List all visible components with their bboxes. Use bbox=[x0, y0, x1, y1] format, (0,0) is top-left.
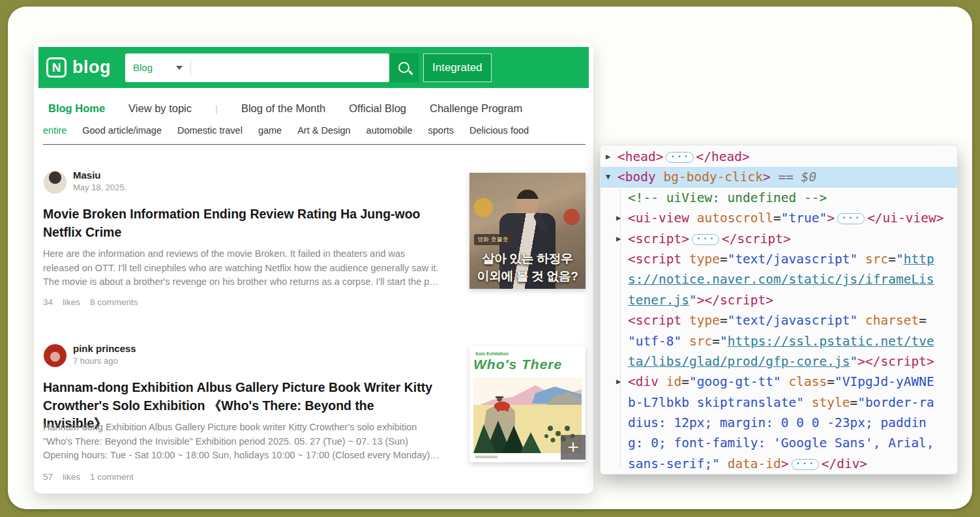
post-title[interactable]: Movie Broken Information Ending Review R… bbox=[43, 205, 439, 241]
nav-item-blog-home[interactable]: Blog Home bbox=[48, 102, 105, 115]
filter-delicious-food[interactable]: Delicious food bbox=[469, 125, 529, 136]
blog-logo-text[interactable]: blog bbox=[72, 57, 111, 78]
code-token-link[interactable]: s://notice.naver.com/static/js/iframeLis bbox=[628, 272, 934, 287]
comments-label[interactable]: 1 comment bbox=[90, 472, 134, 482]
devtools-row[interactable]: ta/libs/glad/prod/gfp-core.js"></script> bbox=[601, 351, 957, 372]
code-token-tag: <script bbox=[628, 313, 689, 328]
filter-sports[interactable]: sports bbox=[428, 125, 454, 136]
avatar[interactable] bbox=[44, 171, 67, 194]
devtools-row[interactable]: ▶<head>···</head> bbox=[601, 147, 957, 167]
expand-ellipsis-icon[interactable]: ··· bbox=[666, 152, 693, 163]
filter-automobile[interactable]: automobile bbox=[366, 125, 413, 136]
code-token-attr: autoscroll bbox=[697, 211, 773, 226]
expand-ellipsis-icon[interactable]: ··· bbox=[837, 213, 865, 224]
devtools-row[interactable]: ▼<body bg-body-click> == $0 bbox=[601, 167, 957, 187]
post-thumbnail[interactable]: Solo Exhibition Who's There bbox=[469, 346, 586, 462]
nav-item-official-blog[interactable]: Official Blog bbox=[349, 102, 406, 115]
code-token-val: dius: 12px; margin: 0 0 0 -23px; paddin bbox=[628, 415, 927, 430]
expand-arrow-icon[interactable]: ▶ bbox=[616, 208, 621, 228]
code-token-tag: ></script> bbox=[857, 354, 934, 369]
code-token-plain bbox=[781, 374, 789, 389]
add-follow-button[interactable] bbox=[561, 435, 586, 460]
filter-good-article-image[interactable]: Good article/image bbox=[82, 125, 162, 136]
code-token-link[interactable]: https://ssl.pstatic.net/tve bbox=[728, 334, 934, 349]
code-token-link[interactable]: http bbox=[904, 252, 934, 267]
thumbnail-caption-line1: 살아 있는 하정우 bbox=[469, 250, 586, 267]
integrated-search-button[interactable]: Integrated bbox=[423, 53, 492, 82]
code-token-val: "true" bbox=[781, 211, 827, 226]
code-token-punct: = bbox=[827, 374, 835, 389]
code-token-val: " bbox=[896, 252, 904, 267]
code-token-val: "VIpgJd-yAWNE bbox=[835, 374, 934, 389]
devtools-row[interactable]: g: 0; font-family: 'Google Sans', Arial, bbox=[601, 433, 957, 453]
devtools-row[interactable]: ▶<ui-view autoscroll="true">···</ui-view… bbox=[601, 208, 957, 228]
expand-ellipsis-icon[interactable]: ··· bbox=[692, 234, 719, 245]
devtools-row[interactable]: ▶<div id="goog-gt-tt" class="VIpgJd-yAWN… bbox=[601, 372, 957, 392]
chevron-down-icon bbox=[176, 66, 183, 70]
search-input[interactable] bbox=[191, 55, 389, 80]
likes-label[interactable]: likes bbox=[63, 297, 80, 307]
code-token-val: " bbox=[689, 293, 697, 308]
nav-item-blog-of-the-month[interactable]: Blog of the Month bbox=[241, 102, 325, 115]
search-category-label: Blog bbox=[133, 62, 153, 73]
expand-ellipsis-icon[interactable]: ··· bbox=[792, 459, 819, 470]
devtools-row[interactable]: <script type="text/javascript" charset= bbox=[601, 310, 957, 331]
code-token-punct: = bbox=[681, 374, 689, 389]
code-token-punct: = bbox=[720, 252, 728, 267]
avatar[interactable] bbox=[44, 344, 67, 367]
comments-label[interactable]: 8 comments bbox=[90, 297, 138, 307]
filter-entire[interactable]: entire bbox=[43, 125, 67, 136]
code-token-val: g: 0; font-family: 'Google Sans', Arial, bbox=[628, 436, 934, 451]
post-author[interactable]: Masiu bbox=[73, 170, 101, 181]
post-author[interactable]: pink princess bbox=[73, 343, 136, 354]
devtools-row[interactable]: dius: 12px; margin: 0 0 0 -23px; paddin bbox=[601, 413, 957, 433]
code-token-link[interactable]: ta/libs/glad/prod/gfp-core.js bbox=[628, 354, 850, 369]
devtools-row[interactable]: ▶<script>···</script> bbox=[601, 229, 957, 249]
naver-logo[interactable]: N bbox=[46, 57, 67, 78]
search-box: Blog bbox=[125, 53, 389, 82]
search-icon bbox=[398, 62, 409, 73]
code-token-link[interactable]: tener.js bbox=[628, 293, 689, 308]
blog-window: N blog Blog Integrated Blog Home Vie bbox=[34, 42, 593, 494]
code-token-plain bbox=[857, 313, 865, 328]
search-button[interactable] bbox=[390, 53, 419, 82]
search-category-select[interactable]: Blog bbox=[125, 62, 190, 73]
code-token-tag: <head> bbox=[617, 149, 663, 164]
devtools-row[interactable]: <script type="text/javascript" src="http bbox=[601, 249, 957, 269]
post-date: May 18, 2025. bbox=[73, 183, 126, 192]
devtools-elements-panel: ▶<head>···</head>▼<body bg-body-click> =… bbox=[600, 145, 958, 475]
book-cover-title: Who's There bbox=[473, 357, 562, 372]
expand-arrow-icon[interactable]: ▶ bbox=[616, 372, 621, 392]
blog-header: N blog Blog Integrated bbox=[38, 47, 589, 88]
code-token-tag: <script bbox=[628, 252, 689, 267]
filter-domestic-travel[interactable]: Domestic travel bbox=[177, 125, 243, 136]
movie-figure-head bbox=[516, 190, 539, 216]
code-token-plain bbox=[681, 334, 689, 349]
code-token-attr: type bbox=[689, 252, 720, 267]
devtools-row[interactable]: b-L7lbkb skiptranslate" style="border-ra bbox=[601, 392, 957, 413]
code-token-val: " bbox=[720, 334, 728, 349]
filter-art-design[interactable]: Art & Design bbox=[297, 125, 350, 136]
likes-label[interactable]: likes bbox=[63, 472, 80, 482]
code-token-val: " bbox=[850, 354, 857, 369]
devtools-row[interactable]: s://notice.naver.com/static/js/iframeLis bbox=[601, 269, 957, 289]
main-nav: Blog Home View by topic | Blog of the Mo… bbox=[48, 102, 522, 115]
expand-arrow-icon[interactable]: ▶ bbox=[606, 147, 610, 167]
devtools-row[interactable]: <!-- uiView: undefined --> bbox=[601, 188, 957, 208]
post-thumbnail[interactable]: 영화 호불호 살아 있는 하정우 이외에 볼 것 없음? bbox=[469, 173, 586, 289]
nav-item-challenge-program[interactable]: Challenge Program bbox=[430, 102, 522, 115]
screenshot-frame: N blog Blog Integrated Blog Home Vie bbox=[0, 0, 980, 517]
filter-game[interactable]: game bbox=[258, 125, 282, 136]
code-token-tag: > bbox=[827, 211, 835, 226]
background-surface: N blog Blog Integrated Blog Home Vie bbox=[8, 7, 972, 509]
thumbnail-caption: 살아 있는 하정우 이외에 볼 것 없음? bbox=[469, 250, 586, 285]
post-date: 7 hours ago bbox=[73, 356, 118, 366]
collapse-arrow-icon[interactable]: ▼ bbox=[606, 167, 610, 187]
devtools-row[interactable]: tener.js"></script> bbox=[601, 290, 957, 310]
nav-item-view-by-topic[interactable]: View by topic bbox=[128, 102, 192, 115]
code-token-attr: data-id bbox=[728, 456, 781, 471]
expand-arrow-icon[interactable]: ▶ bbox=[616, 229, 621, 249]
devtools-row[interactable]: sans-serif;" data-id>···</div> bbox=[601, 454, 957, 474]
devtools-row[interactable]: "utf-8" src="https://ssl.pstatic.net/tve bbox=[601, 331, 957, 351]
post-item: Masiu May 18, 2025. Movie Broken Informa… bbox=[34, 166, 593, 336]
